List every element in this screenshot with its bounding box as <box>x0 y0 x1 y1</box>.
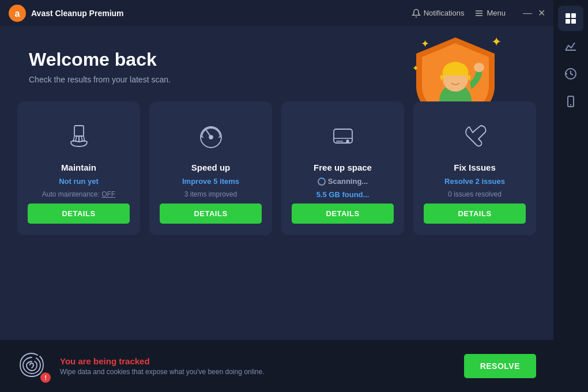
fixissues-status: Resolve 2 issues <box>444 177 505 186</box>
minimize-button[interactable]: — <box>523 9 532 18</box>
grid-icon <box>564 12 577 25</box>
titlebar: a Avast Cleanup Premium Notifications <box>0 0 553 26</box>
fingerprint-icon: ! <box>17 350 48 382</box>
svg-rect-28 <box>571 19 576 24</box>
brush-icon <box>63 120 95 152</box>
sidebar-chart-button[interactable] <box>558 33 583 59</box>
sidebar-grid-button[interactable] <box>558 6 583 31</box>
tracking-prefix: You are being <box>60 356 116 366</box>
freespace-card: Free up space Scanning... 5.5 GB found..… <box>281 101 404 235</box>
speedometer-icon <box>195 120 227 152</box>
maintain-icon <box>61 118 97 154</box>
svg-rect-8 <box>74 126 84 136</box>
avast-logo-icon: a <box>8 4 27 22</box>
maintain-card: Maintain Not run yet Auto maintenance: O… <box>17 101 140 235</box>
wrench-icon <box>459 120 491 152</box>
svg-rect-26 <box>571 13 576 18</box>
freespace-status: Scanning... <box>318 177 368 186</box>
freespace-found: 5.5 GB found... <box>316 190 370 199</box>
tracking-word: tracked <box>119 356 149 366</box>
tracking-sub-text: Wipe data and cookies that expose what y… <box>60 368 453 376</box>
freespace-title: Free up space <box>314 163 372 172</box>
menu-button[interactable]: Menu <box>474 9 506 18</box>
maintain-status: Not run yet <box>59 177 99 186</box>
speedup-details-button[interactable]: DETAILS <box>160 203 262 224</box>
freespace-details-button[interactable]: DETAILS <box>292 203 394 224</box>
mascot-illustration: ✦ ✦ ✦ ✦ <box>409 32 507 101</box>
fixissues-details-button[interactable]: DETAILS <box>424 203 526 224</box>
chart-icon <box>564 40 577 52</box>
sidebar-phone-button[interactable] <box>558 89 583 114</box>
svg-rect-27 <box>566 19 570 24</box>
scanning-spinner <box>318 178 326 186</box>
shield-mascot-svg <box>409 32 502 101</box>
svg-point-7 <box>474 63 484 72</box>
svg-text:a: a <box>15 9 20 18</box>
cards-section: Maintain Not run yet Auto maintenance: O… <box>0 101 553 252</box>
drive-icon <box>327 120 359 152</box>
speedup-status: Improve 5 items <box>182 177 239 186</box>
menu-icon <box>474 9 484 18</box>
history-icon <box>564 67 577 80</box>
maintain-title: Maintain <box>61 163 96 172</box>
bottombar: ! You are being tracked Wipe data and co… <box>0 340 553 392</box>
fingerprint-alert-badge: ! <box>40 372 51 383</box>
sidebar-history-button[interactable] <box>558 61 583 86</box>
close-button[interactable]: ✕ <box>538 9 545 18</box>
bell-icon <box>412 9 421 18</box>
fixissues-sub: 0 issues resolved <box>448 190 502 198</box>
speedup-card: Speed up Improve 5 items 3 items improve… <box>149 101 272 235</box>
phone-icon <box>564 95 577 108</box>
speedup-title: Speed up <box>191 163 231 172</box>
fixissues-card: Fix Issues Resolve 2 issues 0 issues res… <box>413 101 536 235</box>
maintain-sub: Auto maintenance: OFF <box>42 190 115 198</box>
right-sidebar <box>553 0 588 392</box>
notifications-label: Notifications <box>424 9 465 17</box>
speedup-icon <box>193 118 229 154</box>
notifications-button[interactable]: Notifications <box>412 9 465 18</box>
fixissues-icon <box>457 118 493 154</box>
tracking-main-text: You are being tracked <box>60 356 453 366</box>
menu-label: Menu <box>487 9 506 17</box>
app-logo: a Avast Cleanup Premium <box>8 4 124 22</box>
main-content: Welcome back Check the results from your… <box>0 26 553 392</box>
svg-rect-25 <box>566 13 570 18</box>
fixissues-title: Fix Issues <box>454 163 496 172</box>
freespace-icon <box>325 118 361 154</box>
svg-point-23 <box>346 140 349 142</box>
resolve-button[interactable]: RESOLVE <box>464 354 536 378</box>
speedup-sub: 3 items improved <box>184 190 237 198</box>
maintain-details-button[interactable]: DETAILS <box>28 203 130 224</box>
tracking-alert-text: You are being tracked Wipe data and cook… <box>60 356 453 376</box>
hero-section: Welcome back Check the results from your… <box>0 26 553 101</box>
app-title: Avast Cleanup Premium <box>31 9 124 18</box>
svg-point-17 <box>209 135 213 139</box>
